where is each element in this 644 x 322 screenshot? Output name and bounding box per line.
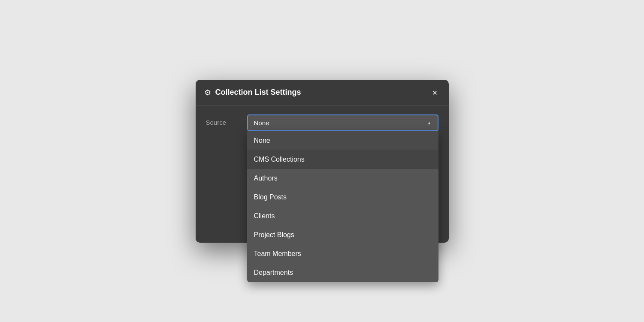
modal-close-button[interactable]: × bbox=[430, 87, 440, 98]
dropdown-item-cms-collections[interactable]: CMS Collections bbox=[247, 150, 438, 169]
source-select-button[interactable]: None ▲ bbox=[247, 114, 438, 131]
source-label: Source bbox=[206, 114, 240, 126]
dropdown-item-project-blogs[interactable]: Project Blogs bbox=[247, 226, 438, 244]
modal-title: Collection List Settings bbox=[215, 88, 430, 97]
source-select-wrapper: None ▲ NoneCMS CollectionsAuthorsBlog Po… bbox=[247, 114, 438, 131]
collection-list-settings-modal: ⚙ Collection List Settings × Source None… bbox=[196, 80, 449, 243]
dropdown-item-clients[interactable]: Clients bbox=[247, 207, 438, 226]
dropdown-item-none[interactable]: None bbox=[247, 131, 438, 150]
modal-overlay: ⚙ Collection List Settings × Source None… bbox=[0, 0, 644, 322]
modal-header: ⚙ Collection List Settings × bbox=[196, 80, 449, 106]
source-dropdown-menu: NoneCMS CollectionsAuthorsBlog PostsClie… bbox=[247, 131, 438, 282]
dropdown-item-blog-posts[interactable]: Blog Posts bbox=[247, 188, 438, 207]
select-arrow-icon: ▲ bbox=[427, 120, 432, 125]
source-selected-value: None bbox=[254, 119, 269, 126]
gear-icon: ⚙ bbox=[204, 88, 211, 97]
dropdown-item-team-members[interactable]: Team Members bbox=[247, 244, 438, 263]
source-field-row: Source None ▲ NoneCMS CollectionsAuthors… bbox=[206, 114, 438, 131]
dropdown-item-departments[interactable]: Departments bbox=[247, 263, 438, 282]
dropdown-item-authors[interactable]: Authors bbox=[247, 169, 438, 188]
modal-body: Source None ▲ NoneCMS CollectionsAuthors… bbox=[196, 106, 449, 178]
